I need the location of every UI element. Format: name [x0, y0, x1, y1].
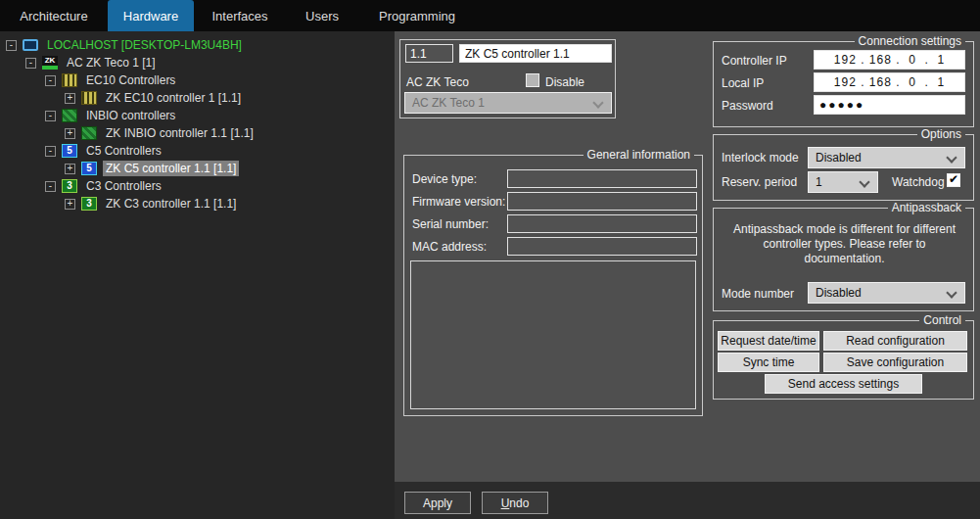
serial-number-label: Serial number: — [412, 217, 489, 231]
controller-name-input[interactable] — [459, 44, 612, 63]
request-datetime-button[interactable]: Request date/time — [718, 331, 819, 351]
interlock-mode-label: Interlock mode — [722, 151, 799, 165]
collapse-icon[interactable]: - — [45, 111, 56, 121]
controller-ip-label: Controller IP — [722, 54, 787, 68]
top-menu-bar: Architecture Hardware Interfaces Users P… — [0, 0, 980, 31]
sync-time-button[interactable]: Sync time — [718, 353, 819, 372]
tab-architecture[interactable]: Architecture — [0, 0, 108, 31]
expand-icon[interactable]: + — [65, 164, 75, 174]
apply-button[interactable]: Apply — [404, 492, 471, 514]
general-information-group: General information Device type: Firmwar… — [403, 155, 703, 416]
connection-settings-title: Connection settings — [855, 34, 965, 48]
device-info-box — [410, 260, 696, 409]
disable-checkbox[interactable] — [526, 73, 539, 87]
c3-icon: 3 — [81, 197, 97, 211]
c3-icon: 3 — [62, 179, 77, 193]
chip-green-icon — [81, 126, 97, 140]
tree-item[interactable]: +ZK INBIO controller 1.1 [1.1] — [0, 124, 395, 142]
tree-item-label: C5 Controllers — [83, 143, 164, 159]
tree-item[interactable]: -LOCALHOST [DESKTOP-LM3U4BH] — [0, 36, 395, 54]
mode-number-label: Mode number — [722, 287, 794, 301]
chip-yellow-icon — [62, 73, 77, 87]
undo-button-label: Undo — [501, 496, 530, 510]
collapse-icon[interactable]: - — [45, 75, 56, 86]
tree-item[interactable]: -3C3 Controllers — [0, 177, 395, 195]
device-tree: -LOCALHOST [DESKTOP-LM3U4BH]-ZKAC ZK Tec… — [0, 31, 395, 519]
collapse-icon[interactable]: - — [25, 58, 36, 69]
device-type-label: Device type: — [412, 172, 477, 186]
read-configuration-button[interactable]: Read configuration — [823, 331, 967, 351]
parent-device-label: AC ZK Teco — [406, 75, 469, 89]
watchdog-checkbox[interactable] — [947, 173, 960, 187]
serial-number-input[interactable] — [507, 214, 697, 233]
tree-item-label: LOCALHOST [DESKTOP-LM3U4BH] — [44, 37, 245, 53]
disable-label: Disable — [545, 75, 584, 89]
mode-number-select[interactable]: Disabled — [808, 282, 965, 304]
mac-address-input[interactable] — [507, 237, 697, 256]
device-type-input[interactable] — [507, 169, 697, 188]
tree-item-label: C3 Controllers — [83, 178, 164, 194]
tab-hardware[interactable]: Hardware — [108, 0, 194, 31]
collapse-icon[interactable]: - — [6, 40, 17, 51]
tree-item-label: ZK EC10 controller 1 [1.1] — [103, 90, 244, 106]
local-ip-label: Local IP — [722, 76, 764, 90]
send-access-settings-button[interactable]: Send access settings — [765, 374, 922, 394]
apply-button-label: Apply — [423, 496, 452, 510]
controller-id-input[interactable] — [405, 44, 453, 63]
tree-item-label: EC10 Controllers — [83, 72, 178, 88]
antipassback-title: Antipassback — [888, 201, 965, 214]
tree-item[interactable]: -INBIO controllers — [0, 107, 395, 124]
tab-interfaces[interactable]: Interfaces — [194, 0, 286, 31]
firmware-version-input[interactable] — [507, 192, 697, 211]
tree-item-label: ZK C5 controller 1.1 [1.1] — [103, 161, 239, 176]
reserv-period-label: Reserv. period — [722, 175, 797, 189]
collapse-icon[interactable]: - — [45, 146, 56, 157]
interlock-mode-select[interactable]: Disabled — [808, 147, 965, 168]
parent-device-select[interactable]: AC ZK Teco 1 — [404, 92, 612, 114]
reserv-period-select[interactable]: 1 — [808, 171, 878, 193]
tree-item[interactable]: +3ZK C3 controller 1.1 [1.1] — [0, 195, 395, 212]
interlock-mode-value: Disabled — [816, 151, 862, 165]
password-input[interactable] — [814, 95, 965, 115]
undo-button[interactable]: Undo — [482, 492, 548, 514]
tree-item[interactable]: +ZK EC10 controller 1 [1.1] — [0, 89, 395, 107]
antipassback-note: Antipassback mode is different for diffe… — [723, 222, 965, 266]
firmware-version-label: Firmware version: — [412, 195, 505, 209]
parent-device-select-value: AC ZK Teco 1 — [412, 96, 485, 110]
collapse-icon[interactable]: - — [45, 181, 56, 192]
mac-address-label: MAC address: — [412, 240, 487, 254]
chip-green-icon — [62, 109, 77, 122]
monitor-icon — [23, 39, 38, 51]
tree-item-label: AC ZK Teco 1 [1] — [64, 55, 159, 71]
tab-users[interactable]: Users — [286, 0, 358, 31]
watchdog-label: Watchdog — [892, 175, 945, 189]
mode-number-value: Disabled — [816, 286, 862, 300]
control-title: Control — [919, 313, 965, 327]
identity-group: AC ZK Teco Disable AC ZK Teco 1 — [399, 39, 616, 118]
antipassback-group: Antipassback Antipassback mode is differ… — [713, 208, 974, 311]
tree-item-label: ZK C3 controller 1.1 [1.1] — [103, 196, 239, 212]
tree-item-label: INBIO controllers — [83, 108, 178, 123]
general-information-title: General information — [583, 148, 694, 162]
local-ip-input[interactable] — [814, 72, 965, 92]
options-group: Options Interlock mode Disabled Reserv. … — [713, 134, 974, 201]
tree-item[interactable]: -5C5 Controllers — [0, 142, 395, 160]
tree-item-label: ZK INBIO controller 1.1 [1.1] — [103, 125, 257, 141]
expand-icon[interactable]: + — [65, 93, 75, 104]
reserv-period-value: 1 — [816, 175, 822, 189]
save-configuration-button[interactable]: Save configuration — [823, 353, 967, 372]
c5-icon: 5 — [81, 162, 97, 175]
chip-yellow-icon — [81, 91, 97, 105]
c5-icon: 5 — [62, 144, 77, 158]
expand-icon[interactable]: + — [65, 128, 75, 139]
tree-item[interactable]: +5ZK C5 controller 1.1 [1.1] — [0, 160, 395, 177]
options-title: Options — [917, 127, 965, 141]
controller-ip-input[interactable] — [814, 50, 965, 70]
password-label: Password — [722, 99, 773, 113]
tab-programming[interactable]: Programming — [358, 0, 476, 31]
tree-item[interactable]: -EC10 Controllers — [0, 71, 395, 89]
expand-icon[interactable]: + — [65, 199, 75, 210]
zk-icon: ZK — [42, 56, 58, 70]
tree-item[interactable]: -ZKAC ZK Teco 1 [1] — [0, 54, 395, 71]
control-group: Control Request date/time Read configura… — [713, 320, 974, 400]
